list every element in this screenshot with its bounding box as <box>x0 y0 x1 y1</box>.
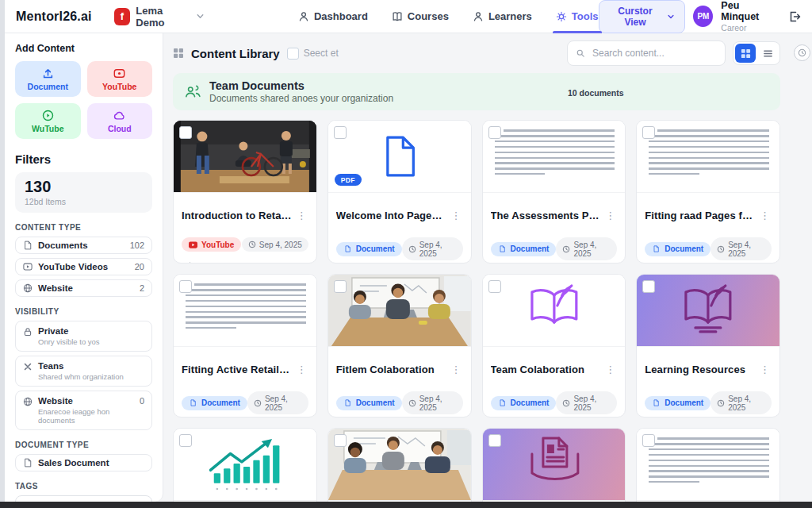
list-view-button[interactable] <box>757 44 778 63</box>
nav-item-courses[interactable]: Courses <box>392 0 449 33</box>
card-body: Team Colaboration⋮DocumentSep 4, 2025Tea… <box>483 347 626 418</box>
add-youtube-button[interactable]: YouTube <box>87 61 153 97</box>
card-checkbox[interactable] <box>642 280 655 293</box>
card-checkbox[interactable] <box>642 434 655 447</box>
team-icon <box>185 85 201 98</box>
document-text-preview <box>649 437 769 483</box>
logout-icon[interactable] <box>788 10 801 23</box>
card-checkbox[interactable] <box>488 126 501 139</box>
clock-icon <box>408 245 416 253</box>
search-box <box>567 40 726 66</box>
date-label: Sep 4, 2025 <box>728 394 765 412</box>
banner-title: Team Documents <box>209 79 393 92</box>
filter-item-teans[interactable]: TeansShared whm organization <box>15 356 152 387</box>
card-menu-icon[interactable]: ⋮ <box>450 364 463 375</box>
cloud-icon <box>113 110 125 121</box>
card-menu-icon[interactable]: ⋮ <box>450 210 463 221</box>
list-icon <box>763 48 773 59</box>
card-thumbnail[interactable] <box>637 121 779 193</box>
filter-item-sales-document[interactable]: Sales Document <box>15 454 152 471</box>
card-menu-icon[interactable]: ⋮ <box>758 364 772 375</box>
search-input[interactable] <box>591 47 717 60</box>
add-button-label: Document <box>28 82 68 91</box>
add-wutube-button[interactable]: WuTube <box>15 103 81 139</box>
filter-item-youtube-videos[interactable]: YouTube Videos20 <box>15 258 152 275</box>
card-checkbox[interactable] <box>488 280 501 293</box>
card-thumbnail[interactable] <box>174 121 316 193</box>
grid-view-button[interactable] <box>735 44 756 63</box>
nav-right: Curstor View PM Peu Minquet Careor <box>599 0 802 33</box>
card-thumbnail[interactable] <box>174 275 316 347</box>
card-thumbnail[interactable] <box>483 275 626 347</box>
card-thumbnail[interactable] <box>483 429 626 501</box>
card-body: Introduction to Retail Fit...⋮YouTubeSep… <box>174 193 316 264</box>
card-menu-icon[interactable]: ⋮ <box>758 210 772 221</box>
card-thumbnail[interactable] <box>483 121 626 193</box>
workspace-logo-icon: f <box>114 8 131 25</box>
add-document-button[interactable]: Document <box>15 61 81 97</box>
history-button[interactable] <box>794 44 810 61</box>
content-card[interactable] <box>482 428 626 502</box>
select-all-checkbox[interactable] <box>287 48 299 60</box>
card-thumbnail[interactable] <box>637 429 779 501</box>
date-label: Sep 4, 2025 <box>419 394 457 412</box>
date-pill: Sep 4, 2025 <box>402 391 463 414</box>
add-cloud-button[interactable]: Cloud <box>87 103 153 139</box>
card-menu-icon[interactable]: ⋮ <box>295 210 308 221</box>
filter-item-website[interactable]: WebsiteEnarecoe ieagge hon documents0 <box>15 391 152 430</box>
filter-item-private[interactable]: PrivateOnry visible to yos <box>15 321 152 352</box>
content-card[interactable]: PDFWelcome Into Pages fr...⋮DocumentSep … <box>327 120 472 264</box>
select-all[interactable]: Seect et <box>287 48 339 60</box>
nav-item-dashboard[interactable]: Dashboard <box>298 0 368 33</box>
document-badge: Document <box>182 396 247 410</box>
content-card[interactable] <box>327 428 472 502</box>
date-pill: Sep 4, 2025 <box>247 391 308 414</box>
nav-item-tools[interactable]: Tools <box>556 0 599 33</box>
badge-label: Document <box>356 244 395 253</box>
card-thumbnail[interactable] <box>328 275 471 347</box>
document-icon <box>498 245 507 252</box>
filter-total-card: 130 12bd Items <box>15 172 152 213</box>
card-menu-icon[interactable]: ⋮ <box>295 364 308 375</box>
filter-item-website[interactable]: Website2 <box>15 279 152 297</box>
card-checkbox[interactable] <box>334 280 347 293</box>
add-button-label: YouTube <box>102 82 136 91</box>
workspace-switcher[interactable]: f Lema Demo <box>114 5 205 29</box>
content-type-list: Documents102YouTube Videos20Website2 <box>15 237 152 297</box>
main-content: Content Library Seect et Team Documents … <box>163 33 801 502</box>
card-checkbox[interactable] <box>334 434 347 447</box>
content-card[interactable]: Fitting Active Retail Fit...⋮DocumentSep… <box>173 274 317 418</box>
avatar[interactable]: PM <box>693 6 713 27</box>
card-thumbnail[interactable] <box>328 429 471 501</box>
card-checkbox[interactable] <box>179 434 192 447</box>
card-thumbnail[interactable]: PDF <box>328 121 471 193</box>
user-role: Careor <box>721 23 776 33</box>
content-card[interactable]: The Assessments Page...⋮DocumentSep 4, 2… <box>482 120 626 264</box>
content-card[interactable] <box>636 428 780 502</box>
video-icon <box>23 262 33 271</box>
nav-item-learners[interactable]: Learners <box>473 0 532 33</box>
card-body: Fitting raad Pages from...⋮DocumentSep 4… <box>637 193 779 264</box>
content-card[interactable]: Fitting raad Pages from...⋮DocumentSep 4… <box>636 120 780 264</box>
visibility-label: VISIBILITY <box>15 307 152 316</box>
globe-icon <box>23 283 33 293</box>
card-menu-icon[interactable]: ⋮ <box>603 210 617 221</box>
card-thumbnail[interactable] <box>174 429 316 501</box>
card-checkbox[interactable] <box>642 126 655 139</box>
content-card[interactable]: Introduction to Retail Fit...⋮YouTubeSep… <box>173 120 317 264</box>
card-title: Welcome Into Pages fr... <box>336 210 446 221</box>
content-card[interactable]: Learning Resources⋮DocumentSep 4, 2025Te… <box>636 274 780 418</box>
content-card[interactable]: Fitlem Colaboration⋮DocumentSep 4, 2025T… <box>327 274 472 418</box>
document-text-preview <box>495 129 615 175</box>
content-card[interactable]: Team Colaboration⋮DocumentSep 4, 2025Tea… <box>482 274 626 418</box>
card-checkbox[interactable] <box>488 434 501 447</box>
card-thumbnail[interactable] <box>637 275 779 347</box>
curator-view-button[interactable]: Curstor View <box>599 0 686 33</box>
card-checkbox[interactable] <box>179 126 192 139</box>
card-menu-icon[interactable]: ⋮ <box>603 364 617 375</box>
filter-item-documents[interactable]: Documents102 <box>15 237 152 254</box>
curator-view-label: Curstor View <box>609 6 662 28</box>
card-checkbox[interactable] <box>334 126 347 139</box>
content-card[interactable] <box>173 428 317 502</box>
card-checkbox[interactable] <box>179 280 192 293</box>
